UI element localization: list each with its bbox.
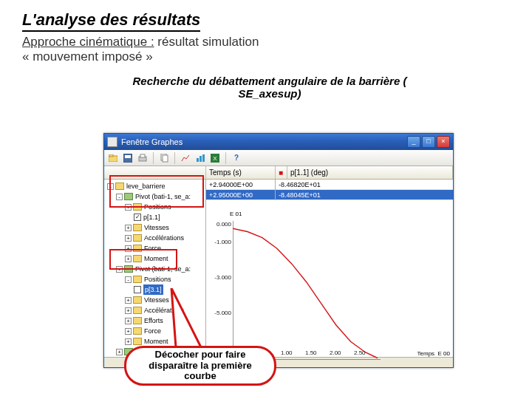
value-cell[interactable]: -8.48045E+01 [276,190,453,200]
tree-label: Vitesses [144,295,169,305]
callout-tail [170,288,214,355]
tree-twist[interactable]: + [125,225,132,231]
folder-icon [133,338,142,345]
time-cell[interactable]: +2.95000E+00 [206,190,275,200]
tree-checkbox[interactable] [134,286,141,293]
tree-node[interactable]: +Accélérations [104,233,205,243]
y-tick: -1.000 [214,239,231,245]
time-column[interactable]: +2.94000E+00+2.95000E+00 [206,180,276,200]
callout-bubble: Décocher pour faire disparaître la premi… [124,346,276,386]
tree-label: Vitesses [144,222,169,233]
svg-rect-8 [197,158,199,162]
copy-icon[interactable] [158,152,170,164]
plot-area[interactable]: E 01 0.000-1.000-3.000-5.000-7.000 0.501… [206,200,453,357]
highlight-rect-2 [109,249,177,270]
tree-node[interactable]: ✓p[1.1] [104,212,205,222]
maximize-button[interactable]: □ [422,136,435,148]
tree-twist[interactable]: - [125,276,132,283]
value-cell[interactable]: -8.46820E+01 [276,180,453,190]
tree-label: p[3.1] [143,284,163,295]
close-button[interactable]: × [437,136,450,148]
svg-text:X: X [213,155,217,162]
svg-rect-3 [125,155,131,158]
folder-icon [133,327,142,335]
y-unit: E 01 [230,211,242,217]
slide-subtitle: Approche cinématique : résultat simulati… [22,35,510,64]
tree-twist[interactable]: + [125,338,132,345]
toolbar-sep [174,152,175,164]
x-tick: 1.50 [305,349,317,356]
tree-label: Moment [144,336,168,347]
tree-label: Accélérations [144,233,184,243]
svg-rect-7 [163,155,168,162]
folder-icon [133,307,142,314]
chart1-icon[interactable] [180,152,191,164]
tree-twist[interactable]: + [125,328,132,335]
folder-icon [133,296,142,304]
toolbar: X ? [104,150,453,166]
folder-icon [133,234,142,242]
x-label-unit: Temps E 00 [417,350,450,357]
svg-rect-5 [140,154,145,157]
x-tick: 1.00 [281,349,293,356]
tree-twist[interactable]: + [116,349,123,355]
curve-svg [233,221,381,360]
save-icon[interactable] [122,152,134,164]
tree-label: p[1.1] [143,212,160,222]
tree-label: Efforts [144,316,163,326]
toolbar-sep [153,152,154,164]
tree-checkbox[interactable]: ✓ [134,214,141,221]
highlight-rect-1 [109,175,204,208]
y-tick: 0.000 [216,221,231,228]
tree-twist[interactable]: + [125,307,132,314]
folder-icon [133,224,142,231]
print-icon[interactable] [137,152,149,164]
excel-icon[interactable]: X [209,152,221,164]
tree-twist[interactable]: + [125,235,132,242]
toolbar-sep [225,152,226,164]
tree-node[interactable]: -Positions [104,274,205,284]
svg-rect-1 [109,154,113,157]
x-tick: 2.00 [330,349,341,356]
var-header[interactable]: p[1.1] (deg) [287,166,453,179]
window-title: Fenêtre Graphes [121,137,407,146]
x-tick: 2.50 [354,349,366,356]
app-icon [107,137,117,147]
svg-rect-9 [200,156,202,162]
time-header[interactable]: Temps (s) [206,166,276,179]
chart2-icon[interactable] [194,152,206,164]
folder-icon [133,317,142,324]
y-tick: -5.000 [214,310,231,316]
tree-twist[interactable]: + [125,318,132,324]
section-heading: Recherche du débattement angulaire de la… [111,75,429,100]
svg-rect-10 [202,154,205,162]
help-icon[interactable]: ? [231,152,242,164]
open-icon[interactable] [107,152,119,164]
time-cell[interactable]: +2.94000E+00 [206,180,275,190]
swatch-header: ■ [276,166,287,179]
tree-label: Force [144,326,161,336]
tree-twist[interactable]: + [125,297,132,304]
subtitle-line2: « mouvement imposé » [22,50,153,64]
titlebar[interactable]: Fenêtre Graphes _ □ × [104,134,453,150]
tree-node[interactable]: +Vitesses [104,222,205,233]
tree-label: Positions [144,274,171,284]
subtitle-rest: résultat simulation [154,35,259,49]
slide-title: L'analyse des résultats [22,10,200,32]
y-tick: -3.000 [214,274,231,281]
subtitle-underlined: Approche cinématique : [22,35,154,49]
folder-icon [133,276,142,283]
value-column[interactable]: -8.46820E+01-8.48045E+01 [276,180,453,200]
minimize-button[interactable]: _ [407,136,420,148]
